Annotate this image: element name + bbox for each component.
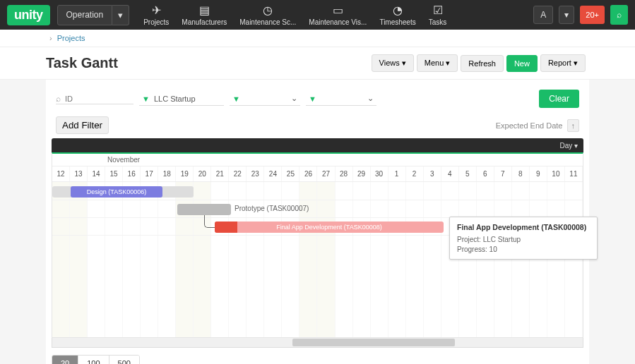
day-header-cell: 13: [70, 166, 88, 181]
day-header-cell: 28: [336, 166, 353, 181]
grid-col: [459, 182, 477, 337]
day-header-cell: 15: [105, 166, 123, 181]
day-header-cell: 25: [282, 166, 299, 181]
operation-caret[interactable]: ▾: [112, 5, 129, 25]
nav-manufacturers[interactable]: ▤Manufacturers: [182, 4, 227, 26]
nav-projects[interactable]: ✈Projects: [143, 4, 169, 26]
breadcrumb-projects[interactable]: Projects: [57, 34, 85, 42]
grid-col: [371, 182, 388, 337]
operation-button[interactable]: Operation: [57, 5, 113, 25]
month-row: November: [52, 154, 583, 166]
add-filter-button[interactable]: Add Filter: [56, 116, 109, 134]
grid-col: [547, 182, 565, 337]
filter-2[interactable]: ▼ ⌄: [230, 92, 300, 106]
day-header-cell: 4: [441, 166, 459, 181]
filter-row: ⌕ ▼ LLC Startup ▼ ⌄ ▼ ⌄ Clear: [52, 87, 583, 111]
day-header-cell: 5: [459, 166, 477, 181]
project-filter[interactable]: ▼ LLC Startup: [139, 92, 224, 106]
task-bar-prototype[interactable]: [177, 204, 231, 215]
nav-maintenance-vis[interactable]: ▭Maintenance Vis...: [309, 4, 367, 26]
scale-selector[interactable]: Day ▾: [559, 142, 578, 150]
grid-col: [494, 182, 512, 337]
day-header-cell: 18: [158, 166, 176, 181]
menu-button[interactable]: Menu ▾: [417, 54, 458, 72]
grid-col: [158, 182, 176, 337]
arrow-up-icon: ↑: [567, 119, 580, 132]
filter-3[interactable]: ▼ ⌄: [306, 92, 376, 106]
task-bar-design[interactable]: Design (TASK00006): [71, 186, 162, 198]
horizontal-scrollbar[interactable]: [52, 338, 583, 348]
user-caret[interactable]: ▾: [559, 6, 574, 24]
grid-col: [52, 182, 70, 337]
global-search-button[interactable]: ⌕: [610, 5, 628, 25]
nav-maintenance-sc[interactable]: ◷Maintenance Sc...: [239, 4, 296, 26]
day-header-cell: 27: [317, 166, 335, 181]
chevron-right-icon: ›: [49, 34, 52, 42]
expected-end-date[interactable]: Expected End Date ↑: [496, 119, 579, 132]
page-title: Task Gantt: [46, 55, 369, 71]
id-input[interactable]: [65, 95, 114, 103]
task-bar-final-label: Final App Development (TASK00008): [215, 222, 444, 233]
avatar-button[interactable]: A: [533, 6, 553, 24]
day-header-cell: 16: [123, 166, 141, 181]
task-tooltip: Final App Development (TASK00008) Projec…: [449, 217, 598, 260]
chevron-down-icon: ⌄: [367, 94, 374, 103]
funnel-icon: ▼: [309, 95, 316, 103]
logo[interactable]: unity: [7, 5, 50, 25]
column-grid: [52, 182, 583, 337]
main-panel: ⌕ ▼ LLC Startup ▼ ⌄ ▼ ⌄ Clear Add Filter…: [46, 80, 589, 364]
day-header-cell: 9: [530, 166, 547, 181]
day-header-cell: 3: [424, 166, 441, 181]
day-header-cell: 7: [494, 166, 512, 181]
tooltip-project: Project: LLC Startup: [457, 236, 590, 243]
chart-area[interactable]: Design (TASK00006) Prototype (TASK00007)…: [52, 182, 583, 337]
top-nav: unity Operation ▾ ✈Projects ▤Manufacture…: [0, 0, 635, 30]
day-header-cell: 26: [299, 166, 317, 181]
gantt-chart: November 1213141516171819202122232425262…: [52, 152, 583, 338]
pager-500[interactable]: 500: [109, 356, 139, 364]
scrollbar-thumb[interactable]: [292, 339, 455, 346]
day-header-cell: 24: [264, 166, 282, 181]
report-button[interactable]: Report ▾: [540, 54, 586, 72]
day-header-cell: 1: [388, 166, 406, 181]
new-button[interactable]: New: [506, 55, 538, 72]
server-icon: ▤: [182, 4, 227, 17]
tasks-icon: ☑: [429, 4, 447, 17]
grid-col: [336, 182, 353, 337]
id-search: ⌕: [56, 94, 133, 104]
grid-col: [530, 182, 547, 337]
nav-tasks[interactable]: ☑Tasks: [429, 4, 447, 26]
nav-timesheets[interactable]: ◔Timesheets: [379, 4, 415, 26]
grid-col: [317, 182, 335, 337]
day-header-cell: 23: [247, 166, 264, 181]
grid-col: [512, 182, 530, 337]
notification-badge[interactable]: 20+: [580, 6, 605, 24]
rocket-icon: ✈: [143, 4, 169, 17]
day-header-cell: 29: [353, 166, 371, 181]
day-header-cell: 30: [371, 166, 388, 181]
pager-20[interactable]: 20: [52, 356, 78, 364]
tooltip-progress: Progress: 10: [457, 245, 590, 253]
day-header-cell: 2: [406, 166, 424, 181]
day-header-cell: 17: [141, 166, 158, 181]
grid-col: [141, 182, 158, 337]
breadcrumb: › Projects: [0, 30, 635, 47]
refresh-button[interactable]: Refresh: [461, 55, 504, 72]
grid-col: [388, 182, 406, 337]
grid-col: [477, 182, 494, 337]
clear-button[interactable]: Clear: [539, 90, 579, 108]
clock-icon: ◷: [239, 4, 296, 17]
day-header-cell: 22: [229, 166, 247, 181]
grid-col: [353, 182, 371, 337]
sub-filter-row: Add Filter Expected End Date ↑: [52, 111, 583, 138]
monitor-icon: ▭: [309, 4, 367, 17]
month-label: November: [107, 156, 140, 164]
views-button[interactable]: Views ▾: [372, 54, 414, 72]
pager-100[interactable]: 100: [78, 356, 109, 364]
day-header-cell: 21: [211, 166, 229, 181]
grid-col: [406, 182, 424, 337]
grid-col: [88, 182, 105, 337]
nav-right: A ▾ 20+ ⌕: [533, 5, 628, 25]
page-header: Task Gantt Views ▾ Menu ▾ Refresh New Re…: [0, 47, 635, 80]
day-row: 1213141516171819202122232425262728293012…: [52, 166, 583, 182]
